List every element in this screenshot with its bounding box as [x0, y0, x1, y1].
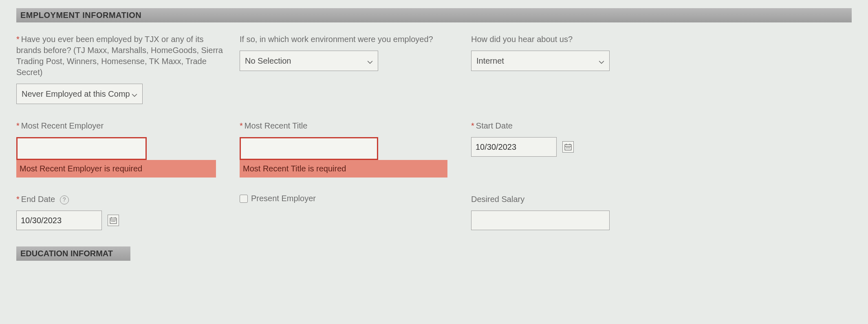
field-prev-employed: *Have you ever been employed by TJX or a… — [16, 34, 228, 104]
svg-point-11 — [114, 221, 115, 222]
field-end-date: *End Date ? — [16, 194, 228, 230]
input-recent-title[interactable] — [240, 137, 378, 160]
svg-point-9 — [112, 221, 112, 222]
label-text-end-date: End Date — [21, 195, 55, 204]
label-text-start-date: Start Date — [476, 121, 513, 130]
label-end-date: *End Date ? — [16, 194, 228, 205]
label-present-employer: Present Employer — [251, 194, 316, 203]
field-recent-title: *Most Recent Title Most Recent Title is … — [240, 120, 460, 178]
required-star: * — [471, 121, 474, 130]
label-start-date: *Start Date — [471, 120, 642, 131]
date-row-start — [471, 137, 642, 157]
label-hear-about: How did you hear about us? — [471, 34, 642, 45]
error-recent-title: Most Recent Title is required — [240, 160, 447, 178]
input-recent-employer[interactable] — [16, 137, 147, 160]
field-desired-salary: Desired Salary — [471, 194, 642, 230]
svg-point-3 — [568, 147, 568, 148]
select-value-prev-employed: Never Employed at this Comp — [22, 89, 130, 99]
checkbox-row-present-employer: Present Employer — [240, 194, 460, 203]
input-desired-salary[interactable] — [471, 211, 610, 230]
field-present-employer: Present Employer — [240, 194, 460, 203]
input-end-date[interactable] — [16, 211, 102, 230]
checkbox-present-employer[interactable] — [240, 195, 248, 203]
required-star: * — [240, 121, 243, 130]
section-header-employment: EMPLOYMENT INFORMATION — [16, 8, 852, 22]
select-prev-employed[interactable]: Never Employed at this Comp — [16, 84, 143, 104]
svg-point-4 — [569, 147, 570, 148]
required-star: * — [16, 195, 20, 204]
chevron-down-icon — [599, 58, 604, 64]
chevron-down-icon — [367, 58, 373, 64]
input-start-date[interactable] — [471, 137, 557, 157]
help-icon[interactable]: ? — [60, 195, 69, 204]
employment-form-grid: *Have you ever been employed by TJX or a… — [16, 34, 852, 230]
select-value-hear-about: Internet — [476, 56, 504, 66]
label-desired-salary: Desired Salary — [471, 194, 642, 205]
svg-point-2 — [566, 147, 567, 148]
label-text-prev-employed: Have you ever been employed by TJX or an… — [16, 35, 223, 77]
label-recent-employer: *Most Recent Employer — [16, 120, 228, 131]
date-row-end — [16, 211, 228, 230]
select-hear-about[interactable]: Internet — [471, 51, 610, 71]
calendar-icon[interactable] — [108, 215, 119, 226]
label-recent-title: *Most Recent Title — [240, 120, 460, 131]
select-value-work-env: No Selection — [245, 56, 291, 66]
section-header-education-partial: EDUCATION INFORMAT — [16, 246, 130, 261]
label-text-recent-title: Most Recent Title — [245, 121, 308, 130]
label-prev-employed: *Have you ever been employed by TJX or a… — [16, 34, 228, 78]
required-star: * — [16, 35, 20, 44]
select-work-env[interactable]: No Selection — [240, 51, 378, 71]
field-recent-employer: *Most Recent Employer Most Recent Employ… — [16, 120, 228, 178]
required-star: * — [16, 121, 20, 130]
field-hear-about: How did you hear about us? Internet — [471, 34, 642, 71]
label-work-env: If so, in which work environment were yo… — [240, 34, 460, 45]
field-start-date: *Start Date — [471, 120, 642, 157]
field-work-env: If so, in which work environment were yo… — [240, 34, 460, 71]
calendar-icon[interactable] — [562, 141, 574, 153]
chevron-down-icon — [132, 91, 137, 97]
error-recent-employer: Most Recent Employer is required — [16, 160, 216, 178]
label-text-recent-employer: Most Recent Employer — [21, 121, 104, 130]
svg-point-10 — [113, 221, 114, 222]
